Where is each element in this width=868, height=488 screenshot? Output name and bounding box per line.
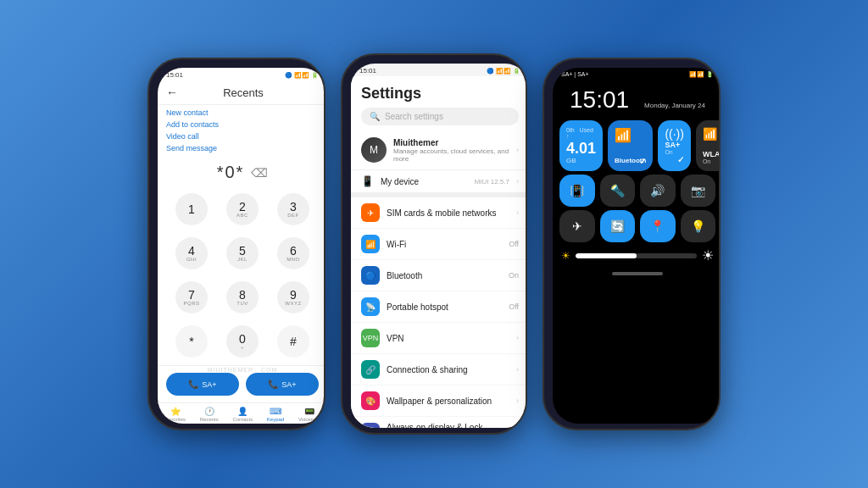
keypad: 1 2ABC 3DEF 4GHI 5JKL 6MNO 7PQRS 8TUV 9W… [158,186,326,365]
nav-keypad[interactable]: ⌨Keypad [267,407,284,422]
bluetooth-check-icon: ✓ [639,157,646,166]
sim-chevron: › [516,208,519,217]
key-9[interactable]: 9WXYZ [277,281,309,313]
device-icon: 📱 [361,175,374,187]
vibrate-btn[interactable]: 📳 [559,175,595,207]
settings-item-vpn[interactable]: VPN VPN › [351,323,527,354]
status-bar-phone1: 15:01 🔵 📶📶 🔋 [158,68,326,80]
hotspot-icon: 📡 [361,297,380,316]
dialer-title: Recents [185,86,302,99]
hotspot-value: Off [509,302,519,311]
sa-plus-label: SA+ [665,141,680,149]
tile-data[interactable]: 0th Used ↑ 4.01 GB [559,120,603,171]
key-star[interactable]: * [175,325,208,358]
phone-icon-2: 📞 [268,380,278,389]
bluetooth-icon: 🔵 [361,266,380,285]
bottom-nav: ⭐Favorites 🕐Recents 👤Contacts ⌨Keypad 📟V… [158,402,326,424]
nav-voicemail[interactable]: 📟Voicemail [298,407,320,422]
new-contact-link[interactable]: New contact [166,108,319,117]
vpn-icon: VPN [361,329,380,347]
volume-btn[interactable]: 🔊 [640,175,676,207]
call-button-1[interactable]: 📞 SA+ [166,373,239,396]
quick-row-1: 📳 🔦 🔊 📷 [553,175,721,207]
settings-title: Settings [361,85,519,103]
control-grid: 0th Used ↑ 4.01 GB 📶 Bluetooth ✓ ((·)) [553,117,721,175]
wallpaper-chevron: › [516,396,519,405]
wlan-label: WLAN [703,150,721,158]
key-4[interactable]: 4GHI [175,237,208,269]
recents-icon: 🕐 [204,407,214,416]
call-button-2[interactable]: 📞 SA+ [246,373,319,396]
tile-wlan[interactable]: 📶 WLAN On [696,120,721,171]
profile-name: Miuithemer [393,138,509,147]
key-6[interactable]: 6MNO [277,237,309,269]
wlan-icon: 📶 [703,127,717,141]
settings-item-wallpaper[interactable]: 🎨 Wallpaper & personalization › [351,385,527,417]
tile-bluetooth[interactable]: 📶 Bluetooth ✓ [608,120,653,171]
sim-label: SIM cards & mobile networks [387,208,509,218]
status-icons-2: 🔵 📶📶 🔋 [487,67,520,75]
autorotate-btn[interactable]: 🔄 [600,210,636,242]
data-unit: GB [566,157,576,164]
my-device-item[interactable]: 📱 My device MIUI 12.5.7 › [351,170,527,197]
brightness-bar[interactable] [576,253,697,258]
camera-icon: 📷 [691,184,705,197]
key-7[interactable]: 7PQRS [175,281,208,313]
flashlight-btn[interactable]: 🔦 [600,175,636,207]
tile-sa-plus[interactable]: ((·)) SA+ On ✓ [658,120,691,171]
home-indicator[interactable] [612,272,663,275]
phone-icon-1: 📞 [188,380,198,389]
vpn-label: VPN [387,334,509,343]
favorites-icon: ⭐ [170,407,181,416]
hotspot-label: Portable hotspot [387,302,502,312]
brightness-high-icon: ☀ [702,247,714,263]
settings-item-connection[interactable]: 🔗 Connection & sharing › [351,354,527,385]
settings-item-lockscreen[interactable]: 🔒 Always-on display & Lock screen › [351,417,527,428]
settings-item-bluetooth[interactable]: 🔵 Bluetooth On [351,260,527,291]
eyecare-btn[interactable]: 💡 [681,210,716,242]
send-message-link[interactable]: Send message [166,144,319,152]
airplane-btn[interactable]: ✈ [559,210,595,242]
profile-sub: Manage accounts, cloud services, and mor… [393,147,509,163]
settings-item-sim[interactable]: ✈ SIM cards & mobile networks › [351,197,527,229]
dialed-number: *0* [217,163,245,182]
sa-plus-sub: On [665,149,680,155]
profile-item[interactable]: M Miuithemer Manage accounts, cloud serv… [351,130,527,170]
sim-icon: ✈ [361,203,380,222]
phone-control-center: SA+ | SA+ 📶📶 🔋 15:01 Monday, January 24 … [542,58,721,430]
backspace-icon[interactable]: ⌫ [251,166,268,180]
location-btn[interactable]: 📍 [640,210,676,242]
wifi-label: Wi-Fi [387,240,502,249]
add-contacts-link[interactable]: Add to contacts [166,120,319,129]
dialer-actions: New contact Add to contacts Video call S… [158,105,326,156]
vibrate-icon: 📳 [570,184,584,197]
vpn-chevron: › [516,334,519,342]
control-time: 15:01 [561,83,637,115]
camera-btn[interactable]: 📷 [681,175,716,207]
search-icon: 🔍 [370,112,380,121]
wlan-sub: On [703,158,721,164]
device-name: My device [381,177,468,186]
key-3[interactable]: 3DEF [277,193,309,225]
bluetooth-value: On [509,271,519,280]
keypad-icon: ⌨ [270,407,281,416]
video-call-link[interactable]: Video call [166,132,319,141]
key-5[interactable]: 5JKL [226,237,259,269]
volume-icon: 🔊 [650,184,665,197]
voicemail-icon: 📟 [304,407,314,416]
key-0[interactable]: 0+ [226,325,259,358]
key-hash[interactable]: # [277,325,309,358]
nav-contacts[interactable]: 👤Contacts [232,407,253,422]
key-2[interactable]: 2ABC [226,193,259,225]
data-label: 0th Used ↑ [566,127,596,139]
wallpaper-label: Wallpaper & personalization [387,396,509,406]
settings-item-hotspot[interactable]: 📡 Portable hotspot Off [351,291,527,323]
nav-favorites[interactable]: ⭐Favorites [164,407,186,422]
back-arrow-icon[interactable]: ← [166,86,178,99]
location-icon: 📍 [650,219,665,233]
settings-item-wifi[interactable]: 📶 Wi-Fi Off [351,229,527,260]
key-1[interactable]: 1 [175,193,208,225]
nav-recents[interactable]: 🕐Recents [200,407,219,422]
key-8[interactable]: 8TUV [226,281,259,313]
search-bar[interactable]: 🔍 Search settings [361,108,519,125]
